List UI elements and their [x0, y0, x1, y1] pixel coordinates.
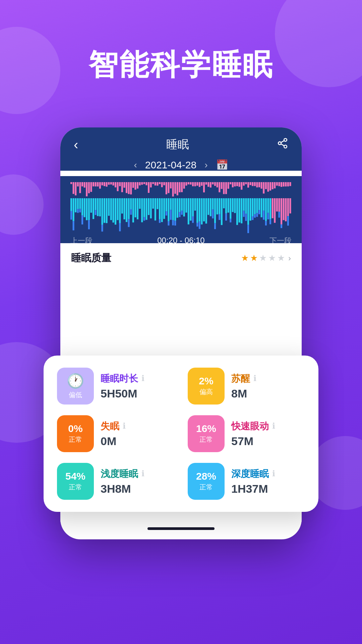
next-segment-label: 下一段 — [269, 236, 292, 246]
metric-value: 5H50M — [101, 387, 174, 400]
phone-header: ‹ 睡眠 ‹ 2021-04-28 › 📅 — [60, 127, 302, 171]
star-2: ★ — [250, 253, 258, 263]
badge-status: 偏低 — [69, 390, 82, 399]
current-date: 2021-04-28 — [145, 159, 196, 171]
svg-line-3 — [281, 144, 284, 146]
metric-info: 睡眠时长 ℹ 5H50M — [101, 372, 174, 400]
metric-info: 浅度睡眠 ℹ 3H8M — [101, 468, 174, 495]
metric-title: 快速眼动 — [231, 420, 269, 433]
metric-value: 0M — [101, 435, 174, 448]
metric-badge: 54% 正常 — [57, 463, 94, 500]
hero-title: 智能科学睡眠 — [0, 47, 362, 83]
metric-title: 失眠 — [101, 420, 119, 433]
badge-status: 偏高 — [199, 387, 213, 396]
metric-title: 深度睡眠 — [231, 468, 269, 480]
svg-line-4 — [281, 141, 284, 143]
star-4: ★ — [268, 253, 276, 263]
info-icon[interactable]: ℹ — [253, 374, 256, 383]
share-button[interactable] — [277, 138, 288, 152]
metric-rem: 16% 正常 快速眼动 ℹ 57M — [188, 415, 305, 452]
chart-labels: 上一段 00:20 - 06:10 下一段 — [67, 233, 295, 246]
info-icon[interactable]: ℹ — [272, 421, 275, 431]
sleep-chart: 上一段 00:20 - 06:10 下一段 — [60, 176, 302, 243]
screen-title: 睡眠 — [166, 137, 189, 152]
quality-detail-arrow[interactable]: › — [288, 254, 291, 263]
prev-date-button[interactable]: ‹ — [134, 160, 137, 170]
quality-title: 睡眠质量 — [71, 251, 111, 265]
info-icon[interactable]: ℹ — [141, 469, 144, 478]
info-icon[interactable]: ℹ — [123, 421, 126, 431]
badge-status: 正常 — [69, 483, 82, 492]
metric-info: 苏醒 ℹ 8M — [231, 372, 305, 400]
badge-status: 正常 — [199, 483, 213, 492]
metric-badge: 0% 正常 — [57, 415, 94, 452]
info-icon[interactable]: ℹ — [141, 374, 144, 383]
badge-percent: 16% — [196, 424, 216, 434]
metrics-grid: 🕐 偏低 睡眠时长 ℹ 5H50M 2% 偏高 苏醒 ℹ 8M 0 — [57, 368, 305, 500]
phone-nav: ‹ 睡眠 — [74, 137, 288, 152]
home-indicator — [147, 527, 215, 530]
badge-status: 正常 — [69, 435, 82, 444]
badge-percent: 0% — [68, 424, 82, 434]
back-button[interactable]: ‹ — [74, 137, 78, 152]
metric-title: 睡眠时长 — [101, 372, 138, 385]
badge-percent: 28% — [196, 471, 216, 481]
metric-sleep-duration: 🕐 偏低 睡眠时长 ℹ 5H50M — [57, 368, 174, 405]
quality-header: 睡眠质量 ★ ★ ★ ★ ★ › — [71, 251, 291, 265]
star-1: ★ — [241, 253, 249, 263]
metric-info: 失眠 ℹ 0M — [101, 420, 174, 448]
metric-title: 苏醒 — [231, 372, 250, 385]
metric-badge: 🕐 偏低 — [57, 368, 94, 405]
metric-badge: 16% 正常 — [188, 415, 225, 452]
phone-content: 睡眠质量 ★ ★ ★ ★ ★ › — [60, 243, 302, 265]
metric-value: 57M — [231, 435, 305, 448]
metric-deep-sleep: 28% 正常 深度睡眠 ℹ 1H37M — [188, 463, 305, 500]
metric-value: 8M — [231, 387, 305, 400]
metric-info: 深度睡眠 ℹ 1H37M — [231, 468, 305, 495]
metric-info: 快速眼动 ℹ 57M — [231, 420, 305, 448]
next-date-button[interactable]: › — [204, 160, 207, 170]
badge-percent: 2% — [199, 376, 213, 386]
time-range-label: 00:20 - 06:10 — [157, 236, 204, 246]
metric-badge: 2% 偏高 — [188, 368, 225, 405]
metric-value: 1H37M — [231, 482, 305, 495]
badge-icon: 🕐 — [67, 373, 84, 389]
prev-segment-label: 上一段 — [70, 236, 93, 246]
bg-blob-5 — [0, 174, 44, 235]
star-5: ★ — [277, 253, 285, 263]
metrics-card: 🕐 偏低 睡眠时长 ℹ 5H50M 2% 偏高 苏醒 ℹ 8M 0 — [44, 356, 318, 512]
badge-status: 正常 — [199, 435, 213, 444]
badge-percent: 54% — [65, 471, 85, 481]
stars-row: ★ ★ ★ ★ ★ › — [241, 253, 291, 263]
date-nav: ‹ 2021-04-28 › 📅 — [74, 159, 288, 171]
star-3: ★ — [259, 253, 267, 263]
metric-insomnia: 0% 正常 失眠 ℹ 0M — [57, 415, 174, 452]
metric-wake-up: 2% 偏高 苏醒 ℹ 8M — [188, 368, 305, 405]
calendar-icon[interactable]: 📅 — [216, 159, 228, 171]
info-icon[interactable]: ℹ — [272, 469, 275, 478]
metric-light-sleep: 54% 正常 浅度睡眠 ℹ 3H8M — [57, 463, 174, 500]
metric-badge: 28% 正常 — [188, 463, 225, 500]
metric-title: 浅度睡眠 — [101, 468, 138, 480]
metric-value: 3H8M — [101, 482, 174, 495]
